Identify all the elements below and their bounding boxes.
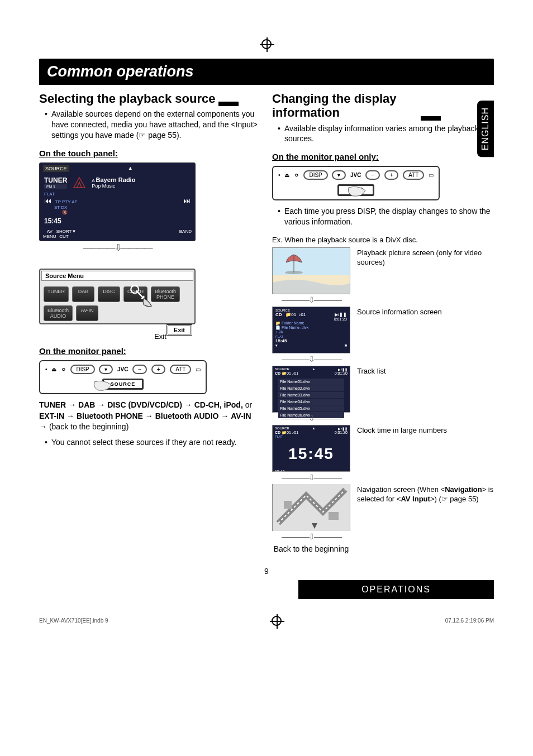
crop-mark-center [261,39,272,51]
band-btn: BAND [179,229,192,239]
section-heading-right: Changing the display information [272,92,417,120]
disp-note: Each time you press DISP, the display ch… [278,206,494,227]
tuner-label: TUNER [44,176,67,184]
back-to-beginning: Back to the beginning [272,544,350,553]
exit-callout-label: Exit [39,332,261,341]
menu-small-btn: ▾ [99,365,113,374]
heading-rule [218,102,239,106]
page-title: Common operations [39,59,494,85]
flow-arrow: ――――⇩―――― [272,355,350,363]
source-btn-disc: DISC [98,286,120,302]
section-heading-left: Selecting the playback source [39,92,215,106]
playback-picture-thumb [272,247,350,294]
source-chip: SOURCE [43,165,69,172]
svg-point-1 [285,271,303,274]
tp-pty-flags: TP PTY AF [55,199,78,204]
intro-bullet-right: Available display information varies amo… [278,123,494,145]
tuner-clock: 15:45 [44,217,191,225]
thumb2-label: Source information screen [357,307,494,317]
up-arrow-icon: ▲ [128,165,133,172]
flow-arrow: ――――⇩―――― [272,473,350,482]
clock-thumb: SOURCE▲▶/❚❚ CD 📁01 ♪01 0:01:20 FLAT 15:4… [272,425,350,472]
jvc-logo: JVC [117,366,128,372]
heading-rule [421,116,441,121]
thumb3-label: Track list [357,366,494,376]
prev-icon: ⏮ [44,197,51,205]
footer-right: 07.12.6 2:19:06 PM [445,618,494,624]
operations-band: OPERATIONS [298,580,494,599]
slot-icon: ▭ [196,366,201,372]
subheading-monitor-left: On the monitor panel: [39,346,261,356]
station-subtitle: Pop Music [92,183,135,189]
svg-rect-3 [284,501,292,509]
page-number: 9 [39,567,494,576]
monitor-panel-figure-right: •⏏⭘ DISP▾ JVC − + ATT▭ DISP [272,166,440,200]
press-hand-icon [346,185,374,202]
down-arrow-icon: ▼ [72,229,76,239]
disp-small-btn: DISP [70,365,94,374]
fm-band-chip: FM 1 [44,184,67,189]
intro-bullet-left: Available sources depend on the external… [45,109,261,141]
st-dx: ST DX [54,205,191,210]
tuner-screen-figure: SOURCE ▲ TUNER FM 1 A Bayern Radio Pop M… [39,162,196,241]
flow-arrow: ――――⇩―――― [272,532,350,541]
vol-minus: − [132,365,147,374]
shortcut-btn: SHORT CUT [56,229,72,239]
vol-plus: + [151,365,166,374]
source-btn-avin: AV-IN [76,305,98,321]
eject-icon: ⏏ [51,366,56,372]
source-sequence-text: TUNER → DAB → DISC (DVD/VCD/CD) → CD-CH,… [39,400,261,433]
station-name: Bayern Radio [96,176,135,183]
monitor-panel-figure-left: • ⏏ ⭘ DISP ▾ JVC − + ATT ▭ SOURCE [39,360,207,394]
flow-arrow: ――――⇩―――― [39,242,196,253]
power-icon: ⭘ [61,366,66,372]
exit-button: Exit [166,324,192,336]
press-hand-icon [92,379,120,396]
subheading-monitor-right: On the monitor panel only: [272,152,494,161]
track-list-thumb: SOURCE▲▶/❚❚ CD 📁01 ♪010:01:20 File Name0… [272,366,350,413]
next-icon: ⏭ [183,197,191,205]
thumb4-label: Clock time in large numbers [357,425,494,436]
subheading-touch-panel: On the touch panel: [39,149,261,158]
source-not-ready-note: You cannot select these sources if they … [45,437,261,448]
source-menu-title: Source Menu [41,271,193,281]
radio-tower-icon [72,176,87,189]
reset-icon: • [45,366,47,372]
source-btn-bt-audio: Bluetooth AUDIO [44,305,73,321]
thumb1-label: Playback picture screen (only for video … [357,247,494,267]
att-btn: ATT [170,365,191,374]
source-btn-tuner: TUNER [44,286,69,302]
flow-arrow: ――――⇩―――― [272,414,350,423]
source-menu-figure: Source Menu TUNER DAB DISC CD-CH Bluetoo… [39,269,196,324]
crop-mark-bottom [272,616,282,626]
flow-arrow: ――――⇩―――― [272,295,350,304]
source-btn-dab: DAB [72,286,94,302]
thumb5-label: Navigation screen (When <Navigation> is … [357,484,494,504]
svg-rect-4 [329,512,339,520]
av-menu-btn: AV MENU [43,229,56,239]
example-label: Ex. When the playback source is a DivX d… [272,235,494,245]
pointing-hand-icon [130,284,155,310]
eq-flat: FLAT [44,192,191,197]
navigation-thumb [272,484,350,531]
source-info-thumb: SOURCE CD 📁01 ♪01 ▶/❚❚ 0:01:20 📁 Folder … [272,307,350,353]
footer-left: EN_KW-AVX710[EE].indb 9 [39,618,108,624]
